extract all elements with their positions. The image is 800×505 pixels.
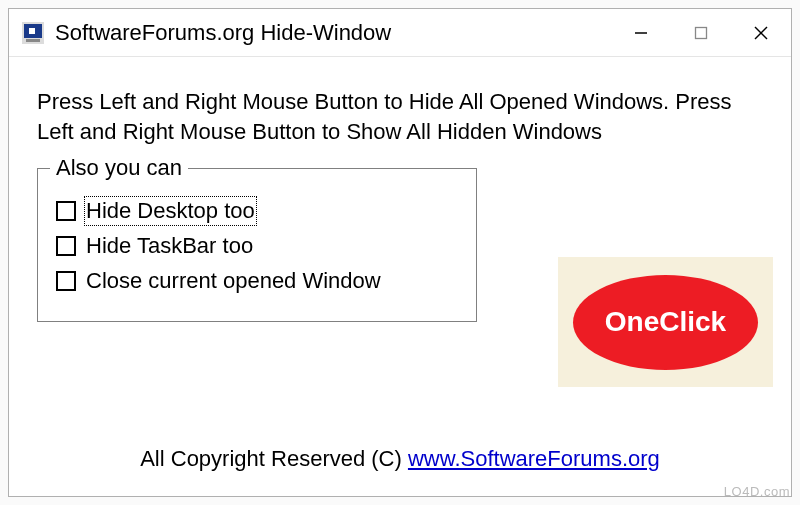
- checkbox-close-window[interactable]: [56, 271, 76, 291]
- copyright-link[interactable]: www.SoftwareForums.org: [408, 446, 660, 471]
- maximize-button[interactable]: [671, 9, 731, 56]
- instructions-text: Press Left and Right Mouse Button to Hid…: [37, 87, 763, 146]
- titlebar[interactable]: SoftwareForums.org Hide-Window: [9, 9, 791, 57]
- oneclick-text: OneClick: [605, 306, 726, 338]
- checkbox-hide-desktop[interactable]: [56, 201, 76, 221]
- app-icon: [21, 21, 45, 45]
- app-window: SoftwareForums.org Hide-Window Press Lef…: [8, 8, 792, 497]
- window-title: SoftwareForums.org Hide-Window: [55, 20, 611, 46]
- options-fieldset: Also you can Hide Desktop too Hide TaskB…: [37, 168, 477, 322]
- oneclick-ellipse-icon: OneClick: [573, 275, 758, 370]
- svg-rect-3: [26, 39, 40, 42]
- svg-rect-5: [696, 27, 707, 38]
- copyright-text: All Copyright Reserved (C): [140, 446, 408, 471]
- checkbox-row-hide-taskbar[interactable]: Hide TaskBar too: [56, 233, 458, 259]
- window-controls: [611, 9, 791, 56]
- window-content: Press Left and Right Mouse Button to Hid…: [9, 57, 791, 496]
- fieldset-legend: Also you can: [50, 155, 188, 181]
- copyright-line: All Copyright Reserved (C) www.SoftwareF…: [9, 446, 791, 472]
- watermark-text: LO4D.com: [724, 484, 790, 499]
- checkbox-label: Hide Desktop too: [86, 198, 255, 224]
- checkbox-hide-taskbar[interactable]: [56, 236, 76, 256]
- close-button[interactable]: [731, 9, 791, 56]
- checkbox-row-hide-desktop[interactable]: Hide Desktop too: [56, 198, 458, 224]
- checkbox-row-close-window[interactable]: Close current opened Window: [56, 268, 458, 294]
- minimize-button[interactable]: [611, 9, 671, 56]
- svg-rect-2: [29, 28, 35, 34]
- checkbox-label: Close current opened Window: [86, 268, 381, 294]
- oneclick-logo-box: OneClick: [558, 257, 773, 387]
- checkbox-label: Hide TaskBar too: [86, 233, 253, 259]
